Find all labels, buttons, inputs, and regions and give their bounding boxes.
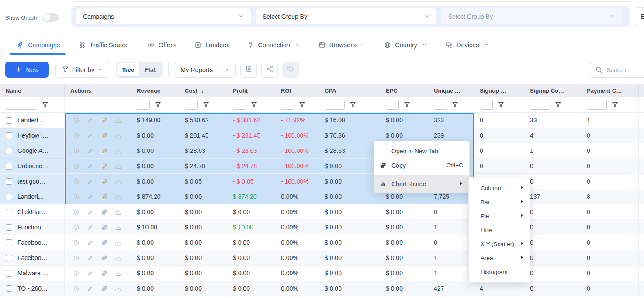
roi-cell[interactable]: 0.00% [275, 250, 319, 266]
cost-cell[interactable]: $ 0.00 [179, 250, 227, 266]
cost-cell[interactable]: $ 281.45 [179, 128, 227, 143]
tab-offers[interactable]: Offers [148, 35, 176, 55]
filter-by-button[interactable]: Filter by [55, 62, 109, 78]
edit-action-icon[interactable] [87, 194, 93, 200]
menu-item-copy[interactable]: Copy Ctrl+C [374, 158, 469, 173]
profit-cell[interactable]: - $ 0.05 [227, 174, 275, 189]
table-row[interactable]: Google A… $ 0.00$ 28.63- $ 28.63- 100.00… [0, 143, 644, 159]
cpa-cell[interactable]: $ 0.00 [319, 159, 380, 174]
payment-cell[interactable]: 1 [581, 113, 639, 128]
signup_co-cell[interactable]: 4 [524, 128, 581, 143]
column-header-profit[interactable]: Profit [227, 84, 275, 97]
cost-cell[interactable]: $ 0.00 [179, 266, 227, 281]
profit-cell[interactable]: - $ 28.63 [227, 143, 275, 159]
signup_co-cell[interactable]: 0 [524, 159, 581, 174]
signup-cell[interactable]: 0 [474, 159, 524, 174]
column-header-signup_co[interactable]: Signup Co… [524, 84, 581, 97]
currency-button[interactable]: Eur [634, 7, 644, 25]
tab-country[interactable]: Country [384, 35, 427, 55]
row-checkbox[interactable] [6, 209, 12, 215]
submenu-item-bar[interactable]: Bar [469, 195, 530, 209]
unique-cell[interactable]: 1 [428, 250, 474, 266]
archive-action-icon[interactable] [115, 285, 121, 292]
roi-cell[interactable]: 0.00% [275, 281, 319, 296]
submenu-item-histogram[interactable]: Histogram [469, 265, 530, 279]
duplicate-action-icon[interactable] [101, 117, 107, 124]
column-header-revenue[interactable]: Revenue [131, 84, 179, 97]
signup-filter-input[interactable] [480, 100, 493, 110]
epc-cell[interactable]: $ 0.00 [380, 113, 428, 128]
view-action-icon[interactable] [73, 194, 80, 200]
view-action-icon[interactable] [73, 178, 80, 185]
edit-action-icon[interactable] [87, 209, 93, 215]
profit-cell[interactable]: $ 0.00 [227, 204, 275, 220]
row-checkbox[interactable] [6, 178, 12, 185]
cpa-cell[interactable]: $ 0.00 [319, 266, 380, 281]
table-row[interactable]: Heyflow |… $ 0.00$ 281.45- $ 281.45- 100… [0, 128, 644, 143]
submenu-item-area[interactable]: Area [469, 251, 530, 265]
table-row[interactable]: LanderL… $ 149.00$ 530.62- $ 381.62- 71.… [0, 113, 644, 128]
unique-filter-input[interactable] [434, 100, 447, 110]
column-header-name[interactable]: Name [0, 84, 65, 97]
profit-cell[interactable]: $ 0.00 [227, 281, 275, 296]
cost-cell[interactable]: $ 0.05 [179, 174, 227, 189]
column-header-epc[interactable]: EPC [380, 84, 428, 97]
cost-cell[interactable]: $ 0.00 [179, 281, 227, 296]
duplicate-action-icon[interactable] [101, 194, 107, 200]
unique-cell[interactable]: 0 [428, 235, 474, 250]
filter-funnel-icon[interactable] [612, 101, 618, 108]
view-action-icon[interactable] [73, 224, 80, 231]
revenue-cell[interactable]: $ 0.00 [131, 159, 179, 174]
tag-button[interactable] [282, 62, 299, 78]
archive-action-icon[interactable] [115, 270, 121, 277]
revenue-cell[interactable]: $ 0.00 [131, 204, 179, 220]
tab-connection[interactable]: Connection [247, 35, 299, 55]
show-graph-toggle[interactable] [42, 13, 59, 22]
tab-landers[interactable]: Landers [194, 35, 228, 55]
table-row[interactable]: Unbounc… $ 0.00$ 24.78- $ 24.78- 100.00%… [0, 159, 644, 174]
duplicate-action-icon[interactable] [101, 209, 107, 215]
profit-cell[interactable]: - $ 281.45 [227, 128, 275, 143]
cpa-cell[interactable]: $ 0.00 [319, 281, 380, 296]
cost-cell[interactable]: $ 530.62 [179, 113, 227, 128]
filter-funnel-icon[interactable] [42, 101, 48, 108]
tab-traffic-source[interactable]: Traffic Source [79, 35, 128, 55]
epc-cell[interactable]: $ 0.00 [380, 250, 428, 266]
signup_co-cell[interactable]: 0 [524, 266, 581, 281]
row-checkbox[interactable] [6, 117, 12, 124]
payment-cell[interactable]: 0 [581, 204, 639, 220]
view-action-icon[interactable] [73, 132, 80, 139]
column-header-roi[interactable]: ROI [275, 84, 319, 97]
archive-action-icon[interactable] [115, 163, 121, 170]
revenue-cell[interactable]: $ 0.00 [131, 128, 179, 143]
duplicate-action-icon[interactable] [101, 239, 107, 246]
roi-cell[interactable]: - 100.00% [275, 159, 319, 174]
archive-action-icon[interactable] [115, 194, 121, 200]
row-checkbox[interactable] [6, 255, 12, 261]
payment-cell[interactable]: 0 [581, 128, 639, 143]
roi-cell[interactable]: - 100.00% [275, 143, 319, 159]
view-action-icon[interactable] [73, 239, 80, 246]
profit-cell[interactable]: $ 0.00 [227, 250, 275, 266]
row-checkbox[interactable] [6, 163, 12, 170]
search-input[interactable] [606, 66, 641, 73]
signup_co-cell[interactable]: 0 [524, 204, 581, 220]
signup_co-filter-input[interactable] [530, 100, 550, 110]
view-action-icon[interactable] [73, 285, 80, 292]
duplicate-action-icon[interactable] [101, 224, 107, 231]
report-type-select[interactable]: Campaigns [76, 8, 251, 24]
column-header-signup[interactable]: Signup … [474, 84, 524, 97]
save-report-button[interactable] [240, 62, 257, 78]
signup_co-cell[interactable]: 0 [524, 174, 581, 189]
submenu-item-pie[interactable]: Pie [469, 209, 530, 223]
profit-cell[interactable]: - $ 24.78 [227, 159, 275, 174]
payment-cell[interactable]: 8 [581, 189, 639, 204]
payment-cell[interactable]: 0 [581, 159, 639, 174]
payment-cell[interactable]: 0 [581, 143, 639, 159]
payment-cell[interactable]: 0 [581, 174, 639, 189]
submenu-item-x-y-scatter[interactable]: X Y (Scatter) [469, 237, 530, 251]
signup_co-cell[interactable]: 0 [524, 235, 581, 250]
roi-cell[interactable]: - 100.00% [275, 174, 319, 189]
roi-filter-input[interactable] [281, 100, 294, 110]
signup-cell[interactable]: 0 [474, 143, 524, 159]
